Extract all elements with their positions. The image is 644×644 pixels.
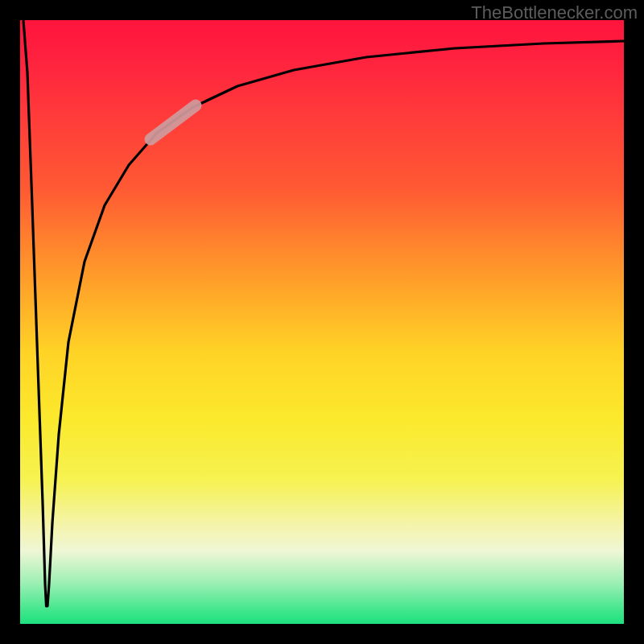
bottleneck-curve [23,20,624,606]
chart-frame: TheBottlenecker.com [0,0,644,644]
highlight-segment [151,105,196,139]
chart-overlay [20,20,624,624]
attribution-text: TheBottlenecker.com [471,2,638,23]
